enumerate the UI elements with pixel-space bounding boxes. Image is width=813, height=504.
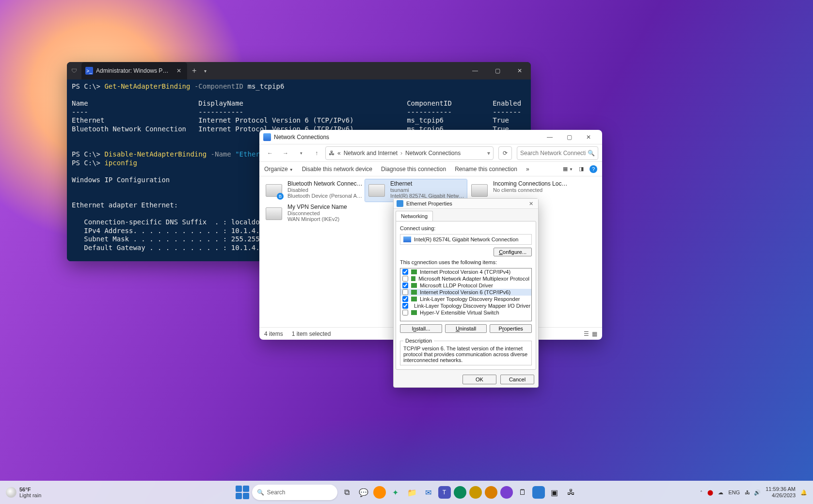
view-layout-icon[interactable]: ▦▼ — [563, 166, 573, 172]
outlook-icon[interactable]: ✉ — [422, 486, 435, 499]
protocol-item[interactable]: Link-Layer Topology Discovery Responder — [400, 296, 531, 302]
protocol-icon — [411, 297, 417, 301]
taskbar-search[interactable]: 🔍 Search — [252, 485, 337, 500]
protocol-item[interactable]: Internet Protocol Version 4 (TCP/IPv4) — [400, 268, 531, 275]
description-label: Description — [403, 338, 434, 344]
organize-menu[interactable]: Organize▼ — [264, 166, 293, 173]
properties-button[interactable]: Properties — [490, 324, 532, 333]
connect-using-label: Connect using: — [400, 225, 532, 231]
connection-device: WAN Miniport (IKEv2) — [287, 216, 363, 222]
time: 11:59:36 AM — [765, 486, 796, 492]
tiles-view-icon[interactable]: ▦ — [592, 331, 597, 337]
uninstall-button[interactable]: Uninstall — [445, 324, 487, 333]
sticky-notes-icon[interactable]: 🗒 — [516, 486, 529, 499]
new-tab-button[interactable]: + — [187, 66, 201, 75]
tray-overflow-icon[interactable]: ˄ — [700, 490, 702, 495]
connection-item[interactable]: B Bluetooth Network Connection Disabled … — [262, 179, 364, 202]
protocol-label: Link-Layer Topology Discovery Responder — [420, 296, 520, 302]
ncpa-icon[interactable]: 🖧 — [564, 486, 578, 499]
protocol-checkbox[interactable] — [402, 283, 408, 288]
prop-titlebar[interactable]: Ethernet Properties ✕ — [394, 199, 538, 209]
refresh-button[interactable]: ⟳ — [498, 146, 512, 160]
tab-close-icon[interactable]: ✕ — [175, 67, 183, 74]
minimize-button[interactable]: — — [464, 62, 486, 79]
nc-search-input[interactable] — [520, 150, 586, 157]
protocol-item[interactable]: Microsoft Network Adapter Multiplexor Pr… — [400, 275, 531, 282]
protocol-label: Internet Protocol Version 4 (TCP/IPv4) — [420, 269, 510, 275]
chat-icon[interactable]: 💬 — [357, 486, 370, 499]
task-view-icon[interactable]: ⧉ — [340, 486, 354, 499]
volume-icon[interactable]: 🔊 — [754, 489, 761, 496]
adapter-box[interactable]: Intel(R) 82574L Gigabit Network Connecti… — [400, 234, 532, 245]
app-icon-purple[interactable] — [500, 486, 513, 499]
breadcrumb-part2[interactable]: Network Connections — [405, 150, 461, 157]
search-icon: 🔍 — [257, 489, 264, 496]
configure-button[interactable]: Configure... — [494, 248, 532, 256]
protocol-label: Internet Protocol Version 6 (TCP/IPv6) — [420, 289, 510, 295]
edge-beta-icon[interactable] — [454, 486, 466, 499]
nc-search: 🔍 — [517, 146, 598, 160]
forward-button[interactable]: → — [279, 146, 292, 160]
address-bar[interactable]: 🖧 « Network and Internet › Network Conne… — [325, 146, 494, 160]
preview-pane-icon[interactable]: ◨ — [579, 166, 584, 172]
protocol-item[interactable]: Internet Protocol Version 6 (TCP/IPv6) — [400, 289, 531, 296]
language-indicator[interactable]: ENG — [728, 489, 740, 495]
protocol-checkbox[interactable] — [402, 296, 408, 302]
disable-device-button[interactable]: Disable this network device — [302, 166, 372, 173]
nc-title: Network Connections — [274, 134, 540, 141]
toolbar-overflow[interactable]: » — [526, 166, 529, 173]
protocol-list[interactable]: Internet Protocol Version 4 (TCP/IPv4) M… — [400, 268, 532, 321]
maximize-button[interactable]: ▢ — [486, 62, 509, 79]
search-icon[interactable]: 🔍 — [588, 150, 595, 157]
start-button[interactable] — [236, 486, 249, 499]
terminal-icon[interactable]: ▣ — [548, 486, 561, 499]
cancel-button[interactable]: Cancel — [500, 375, 534, 384]
network-tray-icon[interactable]: 🖧 — [745, 489, 750, 495]
rename-button[interactable]: Rename this connection — [455, 166, 517, 173]
close-button[interactable]: ✕ — [527, 201, 535, 207]
breadcrumb-part1[interactable]: Network and Internet — [344, 150, 398, 157]
edge-canary-icon[interactable] — [485, 486, 497, 499]
install-button[interactable]: Install... — [400, 324, 442, 333]
status-selected: 1 item selected — [292, 331, 331, 337]
weather-widget[interactable]: 56°F Light rain — [6, 487, 41, 498]
app-icon-2[interactable]: ✦ — [389, 486, 402, 499]
app-icon-1[interactable] — [373, 486, 386, 499]
protocol-checkbox[interactable] — [402, 276, 408, 282]
protocol-item[interactable]: Microsoft LLDP Protocol Driver — [400, 282, 531, 289]
notifications-icon[interactable]: 🔔 — [800, 489, 807, 496]
close-button[interactable]: ✕ — [579, 130, 598, 144]
terminal-titlebar[interactable]: 🛡 >_ Administrator: Windows Powe ✕ + ▾ —… — [67, 62, 531, 79]
protocol-checkbox[interactable] — [402, 310, 408, 315]
connection-status: Disconnected — [287, 210, 363, 216]
onedrive-icon[interactable]: ☁ — [718, 489, 723, 496]
help-icon[interactable]: ? — [590, 165, 597, 173]
up-button[interactable]: ↑ — [310, 146, 323, 160]
minimize-button[interactable]: — — [540, 130, 559, 144]
teams-icon[interactable]: T — [438, 486, 451, 499]
chevron-down-icon[interactable]: ▾ — [487, 150, 490, 157]
explorer-icon[interactable]: 📁 — [405, 486, 419, 499]
tab-dropdown-icon[interactable]: ▾ — [201, 68, 209, 74]
chevron-right-icon[interactable]: › — [400, 150, 402, 157]
maximize-button[interactable]: ▢ — [559, 130, 579, 144]
tray-app-icon[interactable]: ⬤ — [707, 489, 713, 496]
protocol-item[interactable]: Link-Layer Topology Discovery Mapper I/O… — [400, 302, 531, 309]
ok-button[interactable]: OK — [462, 375, 496, 384]
diagnose-button[interactable]: Diagnose this connection — [381, 166, 446, 173]
protocol-checkbox[interactable] — [402, 269, 408, 275]
recent-dropdown[interactable]: ▾ — [294, 146, 308, 160]
protocol-item[interactable]: Hyper-V Extensible Virtual Switch — [400, 309, 531, 316]
connection-item[interactable]: My VPN Service Name Disconnected WAN Min… — [262, 203, 364, 225]
close-button[interactable]: ✕ — [509, 62, 531, 79]
terminal-tab[interactable]: >_ Administrator: Windows Powe ✕ — [81, 62, 187, 79]
clock[interactable]: 11:59:36 AM 4/26/2023 — [765, 486, 796, 498]
nc-titlebar[interactable]: Network Connections — ▢ ✕ — [259, 130, 602, 144]
details-view-icon[interactable]: ☰ — [584, 331, 589, 337]
app-icon-blue[interactable] — [532, 486, 545, 499]
back-button[interactable]: ← — [263, 146, 277, 160]
protocol-checkbox[interactable] — [402, 303, 408, 309]
edge-dev-icon[interactable] — [469, 486, 482, 499]
tab-networking[interactable]: Networking — [396, 211, 433, 221]
protocol-checkbox[interactable] — [402, 289, 408, 295]
